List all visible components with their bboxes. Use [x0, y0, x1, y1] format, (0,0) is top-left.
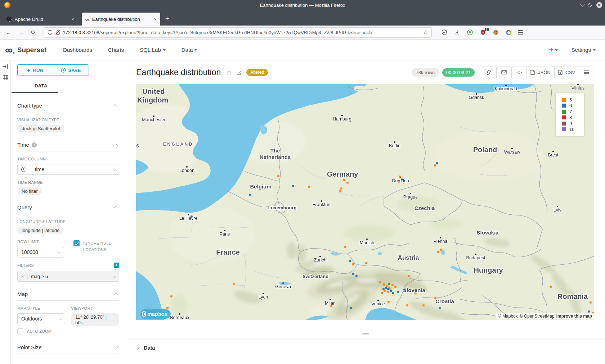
scatter-point[interactable]	[308, 186, 310, 188]
lonlat-value[interactable]: longitude | latitude	[17, 227, 64, 234]
section-chart-type[interactable]: Chart type	[17, 103, 119, 112]
row-limit-select[interactable]: 100000	[17, 247, 64, 258]
scatter-point[interactable]	[387, 288, 389, 290]
deckgl-map[interactable]: UnitedKingdomENGLANDESTheNetherlandsBelg…	[136, 84, 594, 320]
scatter-point[interactable]	[439, 307, 441, 309]
forward-icon[interactable]: →	[18, 29, 24, 36]
back-icon[interactable]: ←	[6, 29, 11, 36]
section-point-size[interactable]: Point Size	[17, 344, 119, 354]
scatter-point[interactable]	[414, 292, 417, 295]
scatter-point[interactable]	[422, 304, 425, 306]
scatter-point[interactable]	[588, 310, 590, 313]
tab-close-icon[interactable]: ×	[71, 17, 74, 22]
viz-type-value[interactable]: deck.gl Scatterplot	[17, 125, 64, 132]
scatter-point[interactable]	[550, 286, 552, 288]
protections-shield-icon[interactable]	[441, 29, 447, 36]
scatter-point[interactable]	[394, 286, 396, 288]
nav-item-dashboards[interactable]: Dashboards	[63, 47, 92, 53]
tab-apache-druid[interactable]: Apache Druid ×	[3, 13, 78, 26]
section-query[interactable]: Query	[17, 204, 119, 214]
scatter-point[interactable]	[590, 301, 592, 304]
scatter-point[interactable]	[352, 263, 354, 265]
scatter-point[interactable]	[349, 260, 351, 262]
nav-item-data[interactable]: Data	[182, 47, 198, 53]
chart-menu-button[interactable]	[579, 67, 594, 78]
nav-item-charts[interactable]: Charts	[108, 47, 124, 53]
scatter-point[interactable]	[403, 288, 405, 291]
scatter-point[interactable]	[384, 290, 386, 292]
altered-badge[interactable]: Altered	[246, 69, 268, 76]
bookmark-star-icon[interactable]: ☆	[423, 29, 427, 36]
scatter-point[interactable]	[346, 182, 349, 184]
scatter-point[interactable]	[292, 185, 294, 187]
nav-item-sql-lab[interactable]: SQL Lab	[140, 47, 166, 53]
email-button[interactable]	[496, 67, 511, 78]
reload-icon[interactable]: ⟳	[31, 29, 36, 36]
extension-cookie-icon[interactable]	[493, 29, 499, 36]
viewport-value[interactable]: 11° 28' 29.70" | 50...	[71, 313, 119, 326]
mapbox-logo[interactable]: mapbox	[140, 309, 171, 319]
maximize-icon[interactable]	[587, 3, 592, 8]
chevron-right-icon[interactable]: ›	[109, 273, 119, 279]
scatter-point[interactable]	[434, 297, 436, 299]
auto-zoom-checkbox[interactable]	[17, 328, 23, 335]
scatter-point[interactable]	[437, 251, 439, 253]
save-button[interactable]: SAVE	[53, 65, 89, 76]
tab-close-icon[interactable]: ×	[154, 17, 157, 22]
ignore-null-checkbox[interactable]	[73, 240, 80, 246]
insecure-lock-icon[interactable]	[55, 30, 60, 35]
panel-drag-handle[interactable]	[363, 333, 369, 335]
scatter-point[interactable]	[355, 275, 358, 277]
scatter-point[interactable]	[406, 304, 408, 306]
scatter-point[interactable]	[350, 307, 352, 309]
scatter-point[interactable]	[383, 283, 385, 286]
collapse-panel-icon[interactable]	[3, 64, 8, 69]
scatter-point[interactable]	[365, 262, 367, 264]
run-button[interactable]: RUN	[18, 65, 53, 76]
filter-item[interactable]: × mag > 5 ›	[17, 271, 119, 282]
scatter-point[interactable]	[436, 162, 438, 164]
scatter-point[interactable]	[434, 164, 436, 167]
scatter-point[interactable]	[408, 275, 410, 277]
tab-earthquake-distribution[interactable]: ∞ Earthquake distribution ×	[82, 13, 160, 26]
scatter-point[interactable]	[352, 273, 354, 275]
downloads-icon[interactable]	[454, 29, 460, 36]
extension-ghostery-icon[interactable]	[467, 29, 473, 36]
scatter-point[interactable]	[191, 215, 193, 218]
scatter-point[interactable]	[397, 291, 399, 293]
mapbox-attribution-link[interactable]: © Mapbox	[498, 314, 518, 319]
scatter-point[interactable]	[233, 283, 235, 285]
scatter-point[interactable]	[387, 301, 390, 303]
scatter-point[interactable]	[390, 290, 392, 292]
menu-icon[interactable]	[518, 30, 523, 34]
scatter-point[interactable]	[385, 287, 387, 289]
tracking-shield-icon[interactable]	[48, 30, 53, 35]
scatter-point[interactable]	[166, 307, 169, 309]
edit-icon[interactable]	[236, 69, 242, 75]
add-filter-button[interactable]: +	[114, 263, 119, 268]
improve-map-link[interactable]: Improve this map	[556, 314, 592, 319]
map-style-select[interactable]: Outdoors	[17, 313, 65, 324]
data-panel-header[interactable]: Data	[126, 340, 605, 351]
scatter-point[interactable]	[330, 305, 332, 307]
tab-data[interactable]: DATA	[35, 83, 48, 88]
time-column-select[interactable]: __time	[17, 164, 119, 175]
scatter-point[interactable]	[440, 249, 442, 251]
scatter-point[interactable]	[340, 187, 342, 190]
new-item-button[interactable]: +	[549, 46, 558, 54]
extension-pinwheel-icon[interactable]	[506, 30, 511, 35]
new-tab-button[interactable]: +	[165, 15, 169, 23]
scatter-point[interactable]	[401, 178, 403, 181]
scatter-point[interactable]	[382, 288, 385, 290]
scatter-point[interactable]	[339, 190, 341, 192]
url-field[interactable]: 172.18.0.3:32108/superset/explore/?form_…	[44, 27, 432, 38]
share-link-button[interactable]	[481, 67, 496, 78]
scatter-point[interactable]	[344, 246, 346, 248]
section-time[interactable]: Timei	[17, 142, 119, 151]
scatter-point[interactable]	[381, 292, 383, 294]
minimize-icon[interactable]	[580, 2, 584, 7]
superset-brand[interactable]: ∞. Superset	[5, 45, 46, 55]
scatter-point[interactable]	[391, 284, 394, 286]
time-range-value[interactable]: No filter	[17, 187, 42, 195]
extension-ublock-icon[interactable]: u 2	[480, 29, 486, 36]
